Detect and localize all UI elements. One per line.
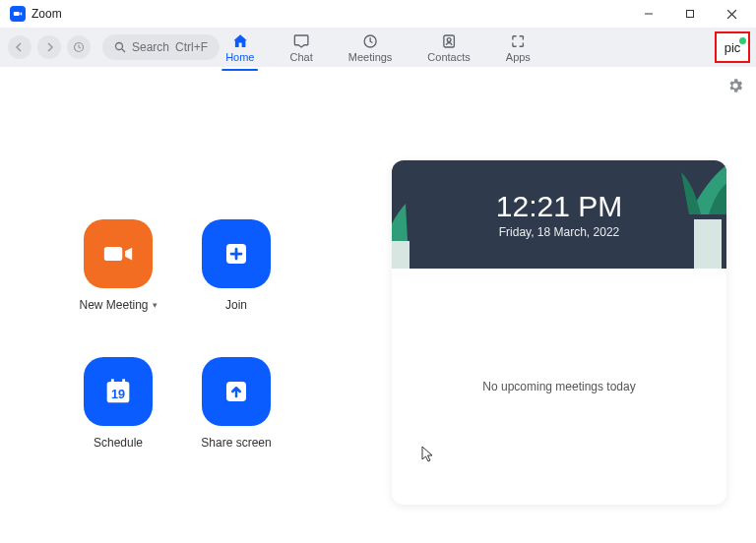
svg-rect-1 <box>687 11 694 18</box>
chat-icon <box>292 32 310 50</box>
clock-icon <box>361 32 379 50</box>
status-dot-icon <box>739 37 746 44</box>
action-label: New Meeting <box>79 298 148 312</box>
home-icon <box>231 32 249 50</box>
history-button[interactable] <box>67 35 91 59</box>
toolbar: Search Ctrl+F Home Chat Meetings Conta <box>0 28 756 67</box>
close-button[interactable] <box>711 0 752 28</box>
action-label: Schedule <box>94 436 143 450</box>
profile-label: pic <box>724 40 741 55</box>
search-shortcut: Ctrl+F <box>175 40 208 54</box>
zoom-logo-icon <box>10 6 26 22</box>
tab-apps[interactable]: Apps <box>502 32 535 63</box>
search-icon <box>114 41 126 53</box>
no-meetings-text: No upcoming meetings today <box>482 380 635 393</box>
calendar-icon: 19 <box>84 357 153 426</box>
join-button[interactable]: Join <box>177 219 295 347</box>
tab-label: Chat <box>289 51 312 63</box>
svg-point-5 <box>116 43 123 50</box>
svg-rect-17 <box>694 219 722 269</box>
tab-label: Apps <box>506 51 531 63</box>
search-label: Search <box>132 40 169 54</box>
card-header: 12:21 PM Friday, 18 March, 2022 <box>392 160 726 269</box>
cursor-icon <box>421 446 435 463</box>
tab-home[interactable]: Home <box>221 32 258 63</box>
contacts-icon <box>440 32 458 50</box>
svg-text:19: 19 <box>111 387 125 401</box>
action-label: Share screen <box>201 436 271 450</box>
back-button[interactable] <box>8 35 32 59</box>
video-icon <box>84 219 153 288</box>
apps-icon <box>509 32 527 50</box>
quick-actions: New Meeting ▾ Join 19 Schedule Share scr… <box>59 219 295 505</box>
search-input[interactable]: Search Ctrl+F <box>102 34 220 60</box>
card-time: 12:21 PM <box>496 190 622 223</box>
tab-label: Home <box>225 51 254 63</box>
plant-icon <box>640 160 726 269</box>
forward-button[interactable] <box>37 35 61 59</box>
tab-contacts[interactable]: Contacts <box>423 32 473 63</box>
svg-rect-18 <box>392 241 410 269</box>
plus-icon <box>202 219 271 288</box>
titlebar: Zoom <box>0 0 756 28</box>
plant-icon <box>392 202 433 269</box>
svg-line-6 <box>122 49 125 52</box>
action-label: Join <box>225 298 247 312</box>
schedule-button[interactable]: 19 Schedule <box>59 357 177 485</box>
share-screen-button[interactable]: Share screen <box>177 357 295 485</box>
card-date: Friday, 18 March, 2022 <box>499 225 620 239</box>
share-icon <box>202 357 271 426</box>
tab-label: Meetings <box>348 51 393 63</box>
window-title: Zoom <box>32 7 62 21</box>
calendar-card: 12:21 PM Friday, 18 March, 2022 No upcom… <box>392 160 726 505</box>
minimize-button[interactable] <box>628 0 669 28</box>
profile-avatar[interactable]: pic <box>715 31 750 63</box>
maximize-button[interactable] <box>669 0 711 28</box>
chevron-down-icon: ▾ <box>153 300 158 310</box>
settings-button[interactable] <box>726 77 744 98</box>
tab-label: Contacts <box>427 51 470 63</box>
tab-meetings[interactable]: Meetings <box>345 32 397 63</box>
tab-chat[interactable]: Chat <box>285 32 316 63</box>
svg-point-9 <box>447 37 451 41</box>
new-meeting-button[interactable]: New Meeting ▾ <box>59 219 177 347</box>
